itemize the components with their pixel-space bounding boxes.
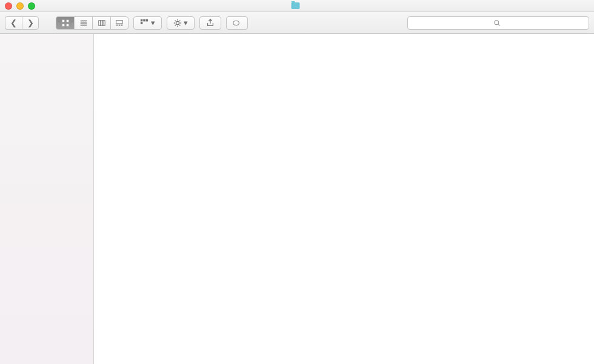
svg-rect-11 (141, 19, 143, 21)
gallery-view-button[interactable] (110, 16, 128, 30)
svg-rect-16 (233, 21, 239, 25)
share-icon (206, 19, 215, 27)
tags-button[interactable] (226, 16, 248, 30)
back-button[interactable]: ❮ (5, 16, 22, 30)
svg-rect-4 (98, 20, 100, 25)
svg-rect-0 (62, 19, 64, 22)
view-mode-group (56, 16, 128, 30)
svg-point-15 (176, 21, 179, 24)
arrange-button[interactable]: ▾ (133, 16, 162, 30)
search-field[interactable] (407, 16, 589, 30)
svg-rect-9 (119, 24, 121, 25)
zoom-button[interactable] (28, 2, 35, 10)
svg-rect-6 (103, 20, 105, 25)
svg-rect-5 (101, 20, 102, 25)
minimize-button[interactable] (16, 2, 24, 10)
grid-icon (61, 19, 70, 27)
svg-rect-13 (146, 19, 148, 21)
icon-view-button[interactable] (56, 16, 74, 30)
close-button[interactable] (5, 2, 12, 10)
svg-rect-1 (66, 19, 68, 22)
svg-rect-3 (66, 24, 68, 26)
share-button[interactable] (199, 16, 221, 30)
sidebar (0, 34, 94, 364)
svg-point-17 (494, 20, 498, 24)
tag-icon (233, 19, 241, 27)
search-icon (493, 19, 501, 27)
gear-icon (173, 19, 182, 27)
svg-rect-12 (143, 19, 145, 21)
toolbar: ❮ ❯ ▾ ▾ (0, 12, 594, 34)
nav-buttons: ❮ ❯ (5, 16, 39, 30)
svg-rect-14 (141, 22, 143, 24)
action-button[interactable]: ▾ (167, 16, 195, 30)
list-icon (79, 19, 88, 27)
window-controls (0, 2, 35, 10)
gallery-icon (115, 19, 124, 27)
folder-icon (292, 2, 300, 9)
forward-button[interactable]: ❯ (22, 16, 39, 30)
window-title (292, 2, 303, 9)
titlebar (0, 0, 594, 12)
svg-rect-8 (116, 24, 118, 25)
svg-rect-7 (116, 20, 123, 23)
svg-rect-10 (121, 24, 123, 25)
column-view-button[interactable] (92, 16, 110, 30)
content-area (94, 34, 594, 364)
arrange-icon (140, 19, 148, 27)
arrange-group: ▾ (133, 16, 162, 30)
columns-icon (98, 19, 106, 27)
list-view-button[interactable] (74, 16, 92, 30)
svg-rect-2 (62, 24, 64, 26)
